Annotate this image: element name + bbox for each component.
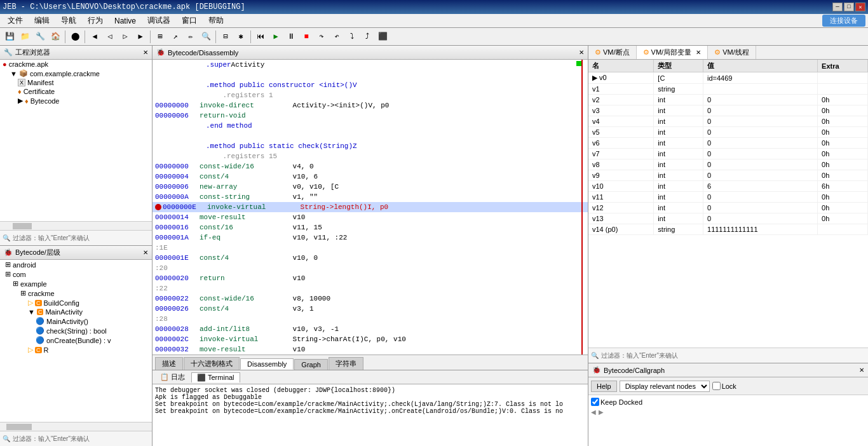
code-container: .super Activity .method public construct…	[153, 60, 588, 355]
toolbar-step4[interactable]: ⤴	[360, 30, 374, 44]
toolbar-search[interactable]: 🔍	[199, 30, 213, 44]
table-row: v8 int 0 0h	[588, 159, 868, 170]
table-row: v12 int 0 0h	[588, 203, 868, 213]
var-name: v13	[588, 213, 654, 224]
toolbar-stop[interactable]: ■	[299, 30, 313, 44]
tab-hex[interactable]: 十六进制格式	[184, 357, 240, 370]
var-type: int	[654, 127, 703, 138]
menu-edit[interactable]: 编辑	[29, 14, 55, 27]
toolbar-pause[interactable]: ⏸	[284, 30, 298, 44]
callgraph-header: 🐞 Bytecode/Callgraph ✕	[588, 363, 868, 377]
toolbar-bp[interactable]: ⬛	[376, 30, 390, 44]
hier-mainactivity[interactable]: ▼ C MainActivity	[0, 307, 152, 316]
log-tab-log[interactable]: 📋 日志	[155, 372, 190, 382]
toolbar-edit[interactable]: ✏	[184, 30, 198, 44]
tab-strings[interactable]: 字符串	[329, 357, 363, 370]
menu-native[interactable]: Native	[109, 15, 141, 27]
lock-checkbox[interactable]: Lock	[712, 382, 736, 390]
vm-tab-locals[interactable]: ⚙ VM/局部变量 ✕	[637, 46, 709, 59]
hier-check[interactable]: 🔵 check(String) : bool	[0, 326, 152, 335]
toolbar-step2[interactable]: ↶	[330, 30, 344, 44]
tree-package[interactable]: ▼ 📦 com.example.crackme	[0, 69, 152, 78]
maximize-button[interactable]: □	[844, 3, 854, 11]
var-value: 0	[703, 159, 818, 170]
tree-certificate[interactable]: ♦ Certificate	[0, 87, 152, 96]
table-row: v11 int 0 0h	[588, 192, 868, 203]
var-name: v14 (p0)	[588, 224, 654, 235]
toolbar-grid[interactable]: ⊞	[153, 30, 167, 44]
toolbar-back[interactable]: ◀	[88, 30, 102, 44]
tree-manifest[interactable]: X Manifest	[0, 78, 152, 87]
bytecode-hierarchy-close[interactable]: ✕	[143, 249, 148, 256]
hierarchy-hscroll[interactable]	[0, 422, 152, 431]
variables-table[interactable]: 名 类型 值 Extra ▶ v0 [C id=4469 v1 string v…	[588, 60, 868, 348]
help-button[interactable]: Help	[591, 381, 617, 392]
hier-example[interactable]: ⊞example	[0, 279, 152, 288]
keep-docked-checkbox[interactable]: Keep Docked	[591, 398, 865, 406]
var-extra: 0h	[818, 116, 868, 127]
toolbar-save[interactable]: 💾	[3, 30, 17, 44]
var-extra: 0h	[818, 213, 868, 224]
var-extra: 0h	[818, 159, 868, 170]
menu-navigate[interactable]: 导航	[56, 14, 81, 27]
tab-disassembly[interactable]: Disassembly	[240, 358, 294, 370]
var-value: 0	[703, 138, 818, 149]
var-type: int	[654, 138, 703, 149]
toolbar-forward[interactable]: ▷	[118, 30, 132, 44]
code-line: 00000006 return-void	[153, 111, 588, 121]
menu-debugger[interactable]: 调试器	[142, 14, 175, 27]
project-hscroll[interactable]	[0, 221, 152, 230]
keep-docked-input[interactable]	[591, 398, 599, 406]
hier-crackme[interactable]: ⊞crackme	[0, 288, 152, 298]
connect-button[interactable]: 连接设备	[822, 15, 865, 27]
code-line: .super Activity	[153, 60, 588, 70]
hier-com[interactable]: ⊞com	[0, 269, 152, 279]
toolbar-back2[interactable]: ◁	[103, 30, 117, 44]
tab-describe[interactable]: 描述	[155, 357, 183, 370]
vm-tab-threads[interactable]: ⚙ VM/线程	[708, 46, 756, 59]
menu-action[interactable]: 行为	[83, 14, 108, 27]
log-tab-terminal[interactable]: ⬛ Terminal	[191, 372, 240, 382]
toolbar-run[interactable]: ▶	[269, 30, 283, 44]
vars-filter-bar: 🔍 过滤器：输入"Enter"来确认	[588, 348, 868, 363]
minimize-button[interactable]: ─	[832, 3, 843, 11]
toolbar-skip[interactable]: ⏮	[254, 30, 268, 44]
toolbar-home[interactable]: 🏠	[48, 30, 62, 44]
toolbar-forward2[interactable]: ▶	[133, 30, 147, 44]
hier-r[interactable]: ▷ C R	[0, 345, 152, 355]
lock-input[interactable]	[712, 382, 721, 390]
center-panel: 🐞 Bytecode/Disassembly ✕ .super Activity…	[153, 46, 588, 446]
vm-tab-breakpoints[interactable]: ⚙ VM/断点	[588, 46, 637, 59]
project-browser-close[interactable]: ✕	[143, 49, 148, 56]
close-button[interactable]: ✕	[855, 3, 865, 11]
vm-locals-close[interactable]: ✕	[696, 49, 701, 56]
tab-graph[interactable]: Graph	[294, 359, 328, 370]
log-line-3: Set breakpoint on bytecode=Lcom/example/…	[155, 401, 585, 408]
menu-file[interactable]: 文件	[3, 14, 28, 27]
hier-buildconfig[interactable]: ▷ C BuildConfig	[0, 298, 152, 307]
toolbar-wrench[interactable]: 🔧	[33, 30, 47, 44]
toolbar-step1[interactable]: ↷	[315, 30, 329, 44]
menu-window[interactable]: 窗口	[177, 14, 202, 27]
code-panel-close[interactable]: ✕	[579, 49, 584, 56]
hier-constructor[interactable]: 🔵 MainActivity()	[0, 316, 152, 326]
callgraph-close[interactable]: ✕	[859, 367, 864, 374]
var-type: int	[654, 149, 703, 159]
hier-android[interactable]: ⊞android	[0, 260, 152, 269]
hier-oncreate[interactable]: 🔵 onCreate(Bundle) : v	[0, 335, 152, 345]
log-tabs: 📋 日志 ⬛ Terminal	[153, 370, 588, 384]
tree-bytecode[interactable]: ▶ ♦ Bytecode	[0, 96, 152, 105]
code-area[interactable]: .super Activity .method public construct…	[153, 60, 588, 355]
log-line-4: Set breakpoint on bytecode=Lcom/example/…	[155, 408, 585, 415]
toolbar-circle[interactable]: ⬤	[68, 30, 82, 44]
display-select[interactable]: Display relevant nodes	[620, 381, 710, 392]
var-value: 0	[703, 149, 818, 159]
vm-bp-label: VM/断点	[603, 48, 630, 57]
menu-help[interactable]: 帮助	[203, 14, 229, 27]
toolbar-asterisk[interactable]: ✱	[234, 30, 248, 44]
toolbar-open[interactable]: 📁	[18, 30, 32, 44]
tree-apk[interactable]: ● crackme.apk	[0, 60, 152, 69]
toolbar-ref[interactable]: ↗	[168, 30, 182, 44]
toolbar-step3[interactable]: ⤵	[345, 30, 359, 44]
toolbar-grid2[interactable]: ⊟	[219, 30, 233, 44]
